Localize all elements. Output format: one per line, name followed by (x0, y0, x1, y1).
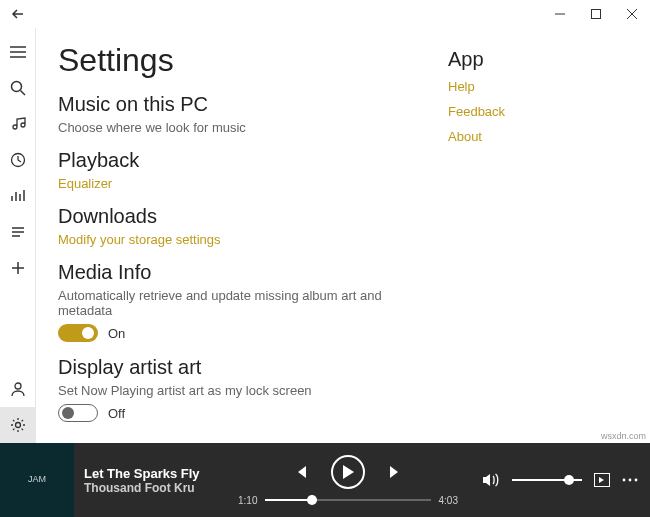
section-artist-art-title: Display artist art (58, 356, 428, 379)
toggle-knob (82, 327, 94, 339)
svg-point-9 (629, 479, 632, 482)
sidebar-item-account[interactable] (0, 371, 36, 407)
sidebar-item-recent[interactable] (0, 142, 36, 178)
play-icon (342, 465, 354, 479)
sidebar-item-now-playing[interactable] (0, 178, 36, 214)
right-controls (482, 472, 650, 488)
app-title: App (448, 48, 628, 71)
media-info-toggle-row: On (58, 324, 428, 342)
sidebar-item-settings[interactable] (0, 407, 36, 443)
section-music-pc-sub: Choose where we look for music (58, 120, 428, 135)
svg-point-5 (15, 383, 21, 389)
titlebar (0, 0, 650, 28)
next-button[interactable] (387, 464, 403, 480)
section-music-pc-title: Music on this PC (58, 93, 428, 116)
album-art[interactable]: JAM (0, 443, 74, 517)
plus-icon (10, 260, 26, 276)
artist-art-toggle[interactable] (58, 404, 98, 422)
section-media-info-title: Media Info (58, 261, 428, 284)
watermark: wsxdn.com (601, 431, 646, 441)
progress-row: 1:10 4:03 (238, 495, 458, 506)
player-bar: JAM Let The Sparks Fly Thousand Foot Kru… (0, 443, 650, 517)
next-icon (387, 464, 403, 480)
artist-art-toggle-row: Off (58, 404, 428, 422)
storage-settings-link[interactable]: Modify your storage settings (58, 232, 428, 247)
section-media-info-sub: Automatically retrieve and update missin… (58, 288, 428, 318)
previous-button[interactable] (293, 464, 309, 480)
svg-point-6 (15, 423, 20, 428)
equalizer-link[interactable]: Equalizer (58, 176, 428, 191)
feedback-link[interactable]: Feedback (448, 104, 628, 119)
svg-point-2 (11, 82, 21, 92)
media-info-toggle-label: On (108, 326, 125, 341)
previous-icon (293, 464, 309, 480)
bars-icon (10, 188, 26, 204)
svg-point-8 (623, 479, 626, 482)
section-playback-title: Playback (58, 149, 428, 172)
fullscreen-button[interactable] (594, 473, 610, 487)
progress-bar[interactable] (265, 499, 430, 501)
volume-button[interactable] (482, 472, 500, 488)
close-icon (627, 9, 637, 19)
sidebar-item-playlists[interactable] (0, 214, 36, 250)
hamburger-menu[interactable] (0, 34, 36, 70)
sidebar-item-music[interactable] (0, 106, 36, 142)
play-button[interactable] (331, 455, 365, 489)
fullscreen-icon (594, 473, 610, 487)
gear-icon (10, 417, 26, 433)
transport-buttons (293, 455, 403, 489)
help-link[interactable]: Help (448, 79, 628, 94)
hamburger-icon (10, 46, 26, 58)
minimize-icon (555, 9, 565, 19)
album-art-text: JAM (28, 475, 46, 485)
time-current: 1:10 (238, 495, 257, 506)
sidebar-item-add[interactable] (0, 250, 36, 286)
track-title: Let The Sparks Fly (84, 466, 214, 481)
section-artist-art-sub: Set Now Playing artist art as my lock sc… (58, 383, 428, 398)
close-button[interactable] (614, 0, 650, 28)
time-total: 4:03 (439, 495, 458, 506)
track-artist: Thousand Foot Kru (84, 481, 214, 495)
back-arrow-icon (11, 7, 25, 21)
back-button[interactable] (0, 0, 36, 28)
volume-slider[interactable] (512, 479, 582, 481)
svg-point-10 (635, 479, 638, 482)
track-info: Let The Sparks Fly Thousand Foot Kru (74, 466, 214, 495)
svg-rect-1 (592, 10, 601, 19)
minimize-button[interactable] (542, 0, 578, 28)
search-button[interactable] (0, 70, 36, 106)
more-button[interactable] (622, 478, 638, 482)
media-info-toggle[interactable] (58, 324, 98, 342)
music-note-icon (10, 116, 26, 132)
person-icon (10, 381, 26, 397)
page-title: Settings (58, 42, 428, 79)
maximize-button[interactable] (578, 0, 614, 28)
maximize-icon (591, 9, 601, 19)
svg-line-3 (20, 91, 25, 96)
search-icon (10, 80, 26, 96)
progress-knob (307, 495, 317, 505)
volume-icon (482, 472, 500, 488)
section-downloads-title: Downloads (58, 205, 428, 228)
clock-icon (10, 152, 26, 168)
artist-art-toggle-label: Off (108, 406, 125, 421)
volume-knob (564, 475, 574, 485)
about-link[interactable]: About (448, 129, 628, 144)
more-icon (622, 478, 638, 482)
progress-fill (265, 499, 311, 501)
sidebar-bottom (0, 371, 36, 443)
playlist-icon (10, 224, 26, 240)
toggle-knob (62, 407, 74, 419)
transport-controls: 1:10 4:03 (214, 455, 482, 506)
